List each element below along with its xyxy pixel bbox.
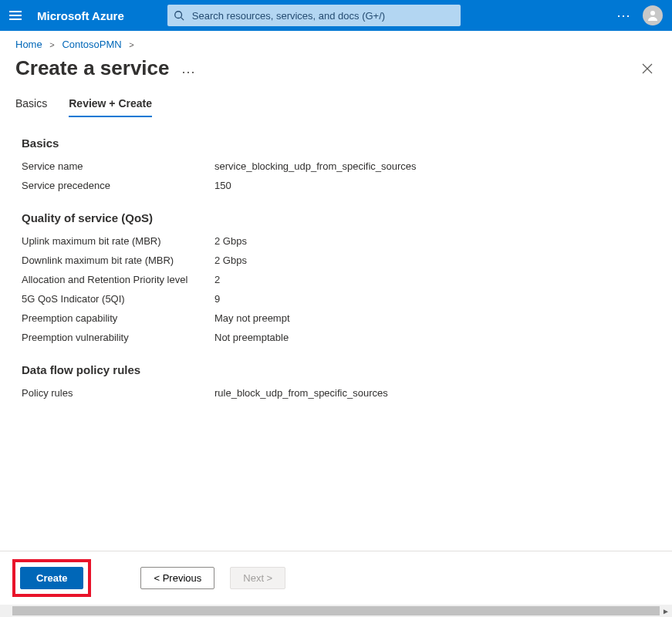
horizontal-scrollbar[interactable]: ◄ ► (0, 605, 672, 617)
previous-button[interactable]: < Previous (140, 567, 214, 589)
label-downlink-mbr: Downlink maximum bit rate (MBR) (22, 255, 214, 266)
scroll-left-icon[interactable]: ◄ (0, 605, 12, 617)
value-arp-level: 2 (214, 274, 220, 285)
menu-icon[interactable] (9, 8, 25, 23)
value-preempt-vuln: Not preemptable (214, 332, 289, 343)
brand-label: Microsoft Azure (37, 9, 124, 22)
review-content: Basics Service nameservice_blocking_udp_… (0, 118, 672, 551)
breadcrumb-home[interactable]: Home (15, 39, 42, 50)
tab-bar: Basics Review + Create (0, 89, 672, 118)
label-arp-level: Allocation and Retention Priority level (22, 274, 214, 285)
title-more-icon[interactable]: ⋯ (181, 63, 197, 80)
svg-point-0 (175, 12, 182, 19)
close-icon (642, 63, 653, 74)
chevron-right-icon: > (129, 40, 133, 49)
label-uplink-mbr: Uplink maximum bit rate (MBR) (22, 235, 214, 247)
breadcrumb-resource[interactable]: ContosoPMN (62, 39, 121, 50)
svg-point-2 (650, 11, 655, 15)
search-icon (174, 10, 184, 21)
value-service-name: service_blocking_udp_from_specific_sourc… (214, 160, 417, 172)
scroll-thumb[interactable] (12, 606, 660, 615)
section-rules-heading: Data flow policy rules (22, 363, 657, 376)
label-preempt-vuln: Preemption vulnerability (22, 332, 214, 343)
value-uplink-mbr: 2 Gbps (214, 235, 247, 247)
person-icon (647, 9, 659, 22)
value-downlink-mbr: 2 Gbps (214, 255, 247, 266)
account-avatar[interactable] (643, 5, 663, 25)
value-service-precedence: 150 (214, 180, 231, 191)
section-qos-heading: Quality of service (QoS) (22, 211, 657, 224)
value-preempt-cap: May not preempt (214, 312, 290, 324)
search-input[interactable] (191, 9, 454, 22)
tab-basics[interactable]: Basics (15, 89, 47, 117)
scroll-right-icon[interactable]: ► (660, 605, 672, 617)
wizard-footer: Create < Previous Next > (0, 551, 672, 605)
label-preempt-cap: Preemption capability (22, 312, 214, 324)
value-policy-rules: rule_block_udp_from_specific_sources (214, 387, 388, 399)
next-button: Next > (230, 567, 285, 589)
value-5qi: 9 (214, 293, 220, 305)
close-button[interactable] (638, 59, 657, 78)
label-policy-rules: Policy rules (22, 387, 214, 399)
label-service-precedence: Service precedence (22, 180, 214, 191)
tab-review-create[interactable]: Review + Create (69, 89, 152, 117)
top-bar: Microsoft Azure ⋯ (0, 0, 672, 31)
chevron-right-icon: > (49, 40, 54, 49)
breadcrumb: Home > ContosoPMN > (0, 31, 672, 53)
label-service-name: Service name (22, 160, 214, 172)
create-highlight: Create (12, 559, 91, 597)
label-5qi: 5G QoS Indicator (5QI) (22, 293, 214, 305)
section-basics-heading: Basics (22, 137, 657, 150)
create-button[interactable]: Create (20, 567, 83, 589)
more-icon[interactable]: ⋯ (616, 8, 632, 22)
svg-line-1 (181, 18, 184, 21)
global-search[interactable] (167, 5, 461, 26)
page-title: Create a service (15, 56, 169, 80)
